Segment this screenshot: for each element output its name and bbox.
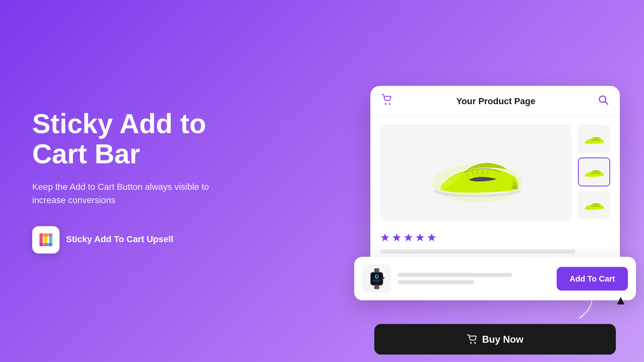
cursor-icon: ▲ xyxy=(614,293,627,308)
left-panel: Sticky Add to Cart Bar Keep the Add to C… xyxy=(32,109,233,253)
svg-rect-33 xyxy=(383,276,384,279)
sticky-info-line-2 xyxy=(398,280,474,284)
svg-point-35 xyxy=(470,342,472,344)
svg-point-36 xyxy=(474,342,476,344)
svg-point-22 xyxy=(475,177,477,178)
star-2: ★ xyxy=(392,231,402,244)
text-line-1 xyxy=(380,250,576,254)
svg-point-24 xyxy=(482,175,483,176)
thumbnail-3[interactable] xyxy=(578,191,610,220)
sticky-product-info xyxy=(398,273,550,284)
sticky-bar: Add To Cart ▲ xyxy=(354,257,636,300)
add-to-cart-button[interactable]: Add To Cart xyxy=(557,267,628,290)
svg-point-20 xyxy=(484,173,485,174)
product-content: NiKE xyxy=(370,117,620,229)
app-branding: Sticky Add To Cart Upsell xyxy=(32,226,233,253)
page-title: Your Product Page xyxy=(456,96,535,106)
sticky-info-line-1 xyxy=(398,273,512,277)
main-image: NiKE xyxy=(380,125,572,221)
thumbnail-column xyxy=(578,125,610,221)
buy-now-label: Buy Now xyxy=(482,334,524,345)
sticky-product-thumbnail xyxy=(362,264,391,293)
right-panel: Your Product Page xyxy=(370,86,620,276)
svg-line-9 xyxy=(605,101,608,104)
svg-point-7 xyxy=(389,103,390,105)
svg-text:NiKE: NiKE xyxy=(512,186,518,189)
main-heading: Sticky Add to Cart Bar xyxy=(32,109,233,169)
star-1: ★ xyxy=(380,231,390,244)
svg-point-6 xyxy=(385,103,386,105)
svg-point-23 xyxy=(479,176,480,177)
svg-point-21 xyxy=(487,173,489,174)
svg-rect-4 xyxy=(39,233,52,237)
product-card: Your Product Page xyxy=(370,86,620,276)
thumbnail-2[interactable] xyxy=(578,158,610,187)
buy-now-section: Buy Now xyxy=(374,324,616,355)
star-rating: ★ ★ ★ ★ ★ xyxy=(380,231,610,244)
svg-point-19 xyxy=(481,173,482,174)
sub-text: Keep the Add to Cart Button always visib… xyxy=(32,180,233,207)
star-5: ★ xyxy=(427,231,437,244)
svg-rect-31 xyxy=(372,280,381,280)
svg-point-17 xyxy=(473,175,475,176)
svg-point-18 xyxy=(477,174,478,175)
buy-now-button[interactable]: Buy Now xyxy=(374,324,616,355)
svg-rect-26 xyxy=(374,268,380,272)
cart-icon xyxy=(382,94,394,108)
svg-rect-27 xyxy=(374,285,380,289)
search-icon[interactable] xyxy=(598,95,609,107)
star-3: ★ xyxy=(403,231,413,244)
app-name: Sticky Add To Cart Upsell xyxy=(66,234,173,246)
app-icon xyxy=(32,226,60,253)
star-4: ★ xyxy=(415,231,425,244)
svg-rect-32 xyxy=(374,281,380,282)
svg-point-25 xyxy=(486,175,487,176)
product-header: Your Product Page xyxy=(370,86,620,117)
thumbnail-1[interactable] xyxy=(578,125,610,154)
svg-rect-5 xyxy=(39,243,52,246)
